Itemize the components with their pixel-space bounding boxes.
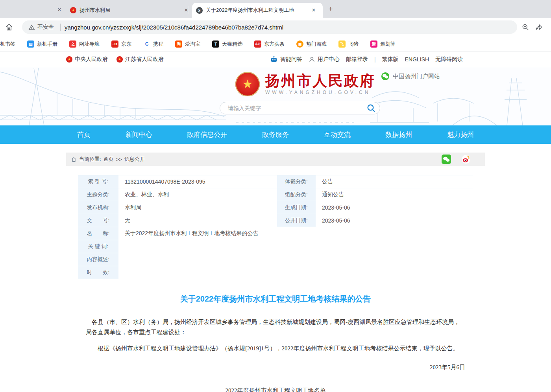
meta-label: 关 键 词:	[78, 240, 119, 253]
home-icon	[5, 23, 13, 31]
gov-emblem-icon: ★	[116, 56, 123, 63]
breadcrumb-current-link[interactable]: 信息公开	[124, 156, 145, 163]
user-center-label: 用户中心	[318, 56, 340, 63]
portal-badge[interactable]: 中国扬州门户网站	[381, 72, 440, 81]
article-list-heading: 2022年度扬州市水利工程文明工地名单	[86, 387, 465, 392]
main-navigation: 首页 新闻中心 政府信息公开 政务服务 互动交流 数据扬州 魅力扬州	[0, 125, 551, 144]
nav-item-data[interactable]: 数据扬州	[383, 130, 414, 139]
meta-label: 组配分类:	[277, 188, 316, 201]
meta-label: 文 号:	[78, 214, 119, 227]
national-emblem-icon: ★	[235, 72, 260, 96]
link-user-center[interactable]: 用户中心	[309, 56, 340, 63]
gov-link-label: 中央人民政府	[75, 56, 108, 63]
gov-emblem-icon: ★	[66, 56, 72, 63]
bookmark-label: 新机手册	[37, 40, 57, 48]
search-icon	[366, 103, 376, 113]
meta-label: 生成日期:	[277, 201, 316, 214]
bookmark-phone-bookmarks[interactable]: 机书签	[0, 40, 21, 48]
nav-item-gov-info[interactable]: 政府信息公开	[185, 130, 229, 139]
bookmark-label: 机书签	[0, 40, 15, 48]
meta-value	[119, 253, 473, 266]
tab-strip: × ★ 扬州市水利局 × S 关于2022年度扬州市水利工程文明工地 × +	[0, 0, 551, 18]
zoom-out-button[interactable]	[519, 20, 532, 34]
site-favicon-icon: S	[196, 7, 203, 14]
site-domain: WWW.YANGZHOU.GOV.CN	[265, 90, 375, 95]
link-traditional-chinese[interactable]: 繁体版	[382, 56, 399, 63]
zoom-out-icon	[521, 23, 529, 31]
article-paragraph: 根据《扬州市水利工程文明工地建设管理办法》（扬水规[2019]1号），2022年…	[86, 343, 465, 353]
link-jiangsu-government[interactable]: ★ 江苏省人民政府	[116, 56, 164, 63]
bookmark-eastday[interactable]: 东方 东方头条	[248, 40, 290, 48]
bookmark-aitaobao[interactable]: 淘 爱淘宝	[169, 40, 206, 48]
link-mail-login[interactable]: 邮箱登录	[346, 56, 368, 63]
nav-item-home[interactable]: 首页	[75, 130, 93, 139]
warning-icon	[28, 24, 35, 31]
security-label[interactable]: 不安全	[37, 24, 54, 31]
browser-window: × ★ 扬州市水利局 × S 关于2022年度扬州市水利工程文明工地 × + 不…	[0, 0, 551, 392]
search-input[interactable]	[227, 105, 362, 112]
tmall-icon: T	[212, 40, 219, 48]
meta-label: 发布机构:	[78, 201, 119, 214]
portal-label: 中国扬州门户网站	[393, 73, 440, 80]
nav-item-interaction[interactable]: 互动交流	[322, 130, 353, 139]
ctrip-icon: C	[143, 40, 150, 48]
omnibox-divider	[60, 24, 61, 31]
breadcrumb-prefix: 当前位置:	[79, 156, 101, 163]
meta-value	[119, 240, 473, 253]
tab-close-button[interactable]: ×	[181, 5, 191, 15]
breadcrumb: 当前位置: 首页 >> 信息公开	[66, 153, 485, 166]
nav-item-charm[interactable]: 魅力扬州	[445, 130, 476, 139]
bookmark-label: 携程	[153, 40, 163, 48]
nav-site-icon: 之	[69, 40, 76, 48]
tab-title: 关于2022年度扬州市水利工程文明工地	[206, 7, 305, 14]
gov-link-label: 江苏省人民政府	[125, 56, 164, 63]
bookmark-label: 聚划算	[380, 40, 396, 48]
bookmark-ctrip[interactable]: C 携程	[137, 40, 169, 48]
nav-item-news[interactable]: 新闻中心	[123, 130, 155, 139]
tab-close-button[interactable]: ×	[309, 5, 319, 15]
link-central-government[interactable]: ★ 中央人民政府	[66, 56, 108, 63]
tab-yangzhou-water-bureau[interactable]: ★ 扬州市水利局 ×	[66, 3, 195, 18]
content-container: 当前位置: 首页 >> 信息公开	[66, 153, 485, 392]
bookmark-hot-games[interactable]: ▦ 热门游戏	[290, 40, 333, 48]
taobao-icon: 淘	[175, 40, 182, 48]
site-banner: ★ 扬州市人民政府 WWW.YANGZHOU.GOV.CN 中国扬州门户网站	[0, 67, 551, 125]
tab-close-button[interactable]: ×	[54, 5, 65, 15]
meta-label: 内容概述:	[78, 253, 119, 266]
manual-icon: ▤	[27, 40, 34, 48]
meta-row: 内容概述:	[78, 253, 473, 266]
bookmark-url-navigation[interactable]: 之 网址导航	[63, 40, 105, 48]
new-tab-button[interactable]: +	[325, 4, 336, 15]
robot-icon	[270, 55, 278, 63]
weibo-share-icon[interactable]	[461, 155, 471, 164]
bookmark-fliggy[interactable]: 飞 飞猪	[333, 40, 364, 48]
url-field[interactable]: 不安全 yangzhou.gov.cn/yzszxxgk/slj/202305/…	[22, 20, 517, 34]
meta-value: 无	[119, 214, 276, 227]
utility-divider: |	[374, 56, 376, 63]
share-button[interactable]	[532, 20, 545, 34]
tab-separator	[189, 6, 189, 14]
user-icon	[309, 56, 315, 63]
meta-label: 时 效:	[78, 266, 119, 279]
bookmark-juhuasuan[interactable]: 聚 聚划算	[364, 40, 401, 48]
address-bar-actions	[519, 20, 545, 34]
link-accessibility[interactable]: 无障碍阅读	[435, 56, 463, 63]
breadcrumb-home-link[interactable]: 首页	[104, 156, 114, 163]
tab-announcement-active[interactable]: S 关于2022年度扬州市水利工程文明工地 ×	[192, 3, 323, 18]
site-name: 扬州市人民政府	[265, 73, 375, 89]
meta-label: 名 称:	[78, 227, 119, 240]
home-button[interactable]	[2, 20, 16, 34]
search-button[interactable]	[362, 102, 380, 114]
url-text[interactable]: yangzhou.gov.cn/yzszxxgk/slj/202305/210c…	[65, 24, 283, 31]
link-english[interactable]: ENGLISH	[405, 56, 429, 63]
site-logo[interactable]: ★ 扬州市人民政府 WWW.YANGZHOU.GOV.CN	[235, 72, 375, 96]
article-paragraph: 各县（市、区）水利（务）局，扬州经济开发区城乡事务管理局，生态科技新城规划建设局…	[86, 317, 465, 337]
breadcrumb-separator: >>	[116, 156, 122, 162]
bookmark-new-phone-manual[interactable]: ▤ 新机手册	[21, 40, 63, 48]
bookmark-label: 东方头条	[264, 40, 285, 48]
bookmark-tmall[interactable]: T 天猫精选	[206, 40, 248, 48]
bookmark-jd[interactable]: JD 京东	[105, 40, 137, 48]
nav-item-services[interactable]: 政务服务	[260, 130, 291, 139]
link-smart-qa[interactable]: 智能问答	[270, 55, 302, 63]
wechat-share-icon[interactable]	[442, 155, 451, 164]
